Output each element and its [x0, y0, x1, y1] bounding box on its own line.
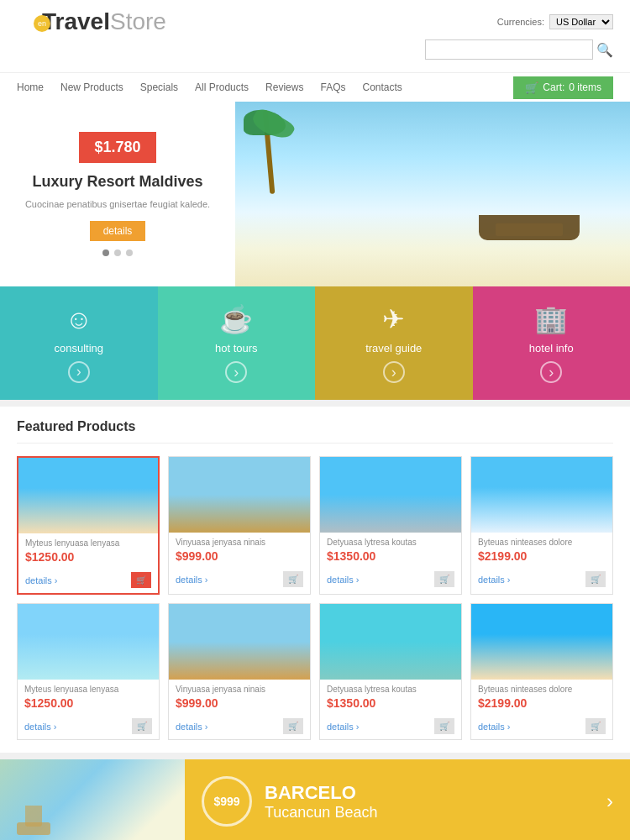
- nav-specials[interactable]: Specials: [140, 73, 178, 102]
- feature-consulting[interactable]: ☺ consulting ›: [0, 286, 158, 400]
- slider-details-button[interactable]: details: [90, 221, 146, 241]
- product-info-5: Myteus lenyuasa lenyasa $1250.00: [18, 680, 159, 715]
- currency-select[interactable]: US Dollar: [549, 14, 613, 29]
- hot-tours-arrow[interactable]: ›: [225, 361, 247, 383]
- add-to-cart-button-6[interactable]: 🛒: [283, 718, 303, 734]
- product-desc-8: Byteuas ninteases dolore: [478, 685, 606, 694]
- face-icon: ☺: [65, 304, 92, 335]
- product-footer-3: details › 🛒: [320, 568, 461, 592]
- product-footer-1: details › 🛒: [18, 569, 158, 593]
- product-info-4: Byteuas ninteases dolore $2199.00: [471, 533, 612, 568]
- product-info-8: Byteuas ninteases dolore $2199.00: [471, 680, 612, 715]
- product-card-3: Detyuasa lytresa koutas $1350.00 details…: [319, 456, 462, 595]
- promo-image: [0, 759, 185, 840]
- product-footer-2: details › 🛒: [169, 568, 310, 592]
- consulting-arrow[interactable]: ›: [68, 361, 90, 383]
- header: en TravelStore Currencies: US Dollar 🔍: [0, 0, 630, 72]
- product-desc-3: Detyuasa lytresa koutas: [327, 538, 454, 547]
- product-desc-6: Vinyuasa jenyasa ninais: [176, 685, 303, 694]
- product-info-7: Detyuasa lytresa koutas $1350.00: [320, 680, 461, 715]
- slider-desc: Cuocinae penatibus gnisertae feugiat kal…: [25, 197, 210, 212]
- product-desc-5: Myteus lenyuasa lenyasa: [24, 685, 152, 694]
- product-desc-7: Detyuasa lytresa koutas: [327, 685, 454, 694]
- nav-links: Home New Products Specials All Products …: [17, 73, 513, 102]
- logo-strong: Travel: [42, 8, 110, 34]
- nav-home[interactable]: Home: [17, 73, 44, 102]
- product-image-5: [18, 604, 159, 680]
- product-details-link-8[interactable]: details ›: [478, 722, 511, 732]
- nav-all-products[interactable]: All Products: [195, 73, 249, 102]
- nav-reviews[interactable]: Reviews: [265, 73, 303, 102]
- product-info-6: Vinyuasa jenyasa ninais $999.00: [169, 680, 310, 715]
- product-details-link-4[interactable]: details ›: [478, 575, 511, 585]
- add-to-cart-button-8[interactable]: 🛒: [585, 718, 606, 734]
- promo-content: $999 BARCELO Tucancun Beach ›: [185, 759, 630, 840]
- product-card-6: Vinyuasa jenyasa ninais $999.00 details …: [168, 603, 311, 740]
- dot-2[interactable]: [114, 249, 121, 256]
- search-input[interactable]: [425, 39, 593, 60]
- feature-hot-tours[interactable]: ☕ hot tours ›: [158, 286, 316, 400]
- product-footer-5: details › 🛒: [18, 715, 159, 739]
- cart-icon: 🛒: [525, 81, 538, 94]
- slider-price: $1.780: [79, 132, 155, 163]
- product-footer-8: details › 🛒: [471, 715, 612, 739]
- logo-light: Store: [110, 8, 166, 34]
- currency-area: Currencies: US Dollar: [497, 14, 613, 29]
- product-footer-6: details › 🛒: [169, 715, 310, 739]
- slider-dots: [102, 249, 133, 256]
- product-card-8: Byteuas ninteases dolore $2199.00 detail…: [470, 603, 613, 740]
- product-desc-2: Vinyuasa jenyasa ninais: [176, 538, 303, 547]
- promo-price: $999: [202, 776, 252, 827]
- product-desc-1: Myteus lenyuasa lenyasa: [25, 538, 151, 548]
- dot-1[interactable]: [102, 249, 109, 256]
- product-card-5: Myteus lenyuasa lenyasa $1250.00 details…: [17, 603, 160, 740]
- product-details-link-5[interactable]: details ›: [24, 722, 57, 732]
- product-details-link-7[interactable]: details ›: [327, 722, 360, 732]
- add-to-cart-button-2[interactable]: 🛒: [283, 571, 303, 587]
- navigation: Home New Products Specials All Products …: [0, 72, 630, 102]
- feature-hotel-info[interactable]: 🏢 hotel info ›: [473, 286, 631, 400]
- add-to-cart-button-4[interactable]: 🛒: [585, 571, 606, 587]
- product-details-link-1[interactable]: details ›: [25, 575, 58, 585]
- nav-new-products[interactable]: New Products: [60, 73, 123, 102]
- add-to-cart-button-1[interactable]: 🛒: [131, 572, 151, 588]
- dot-3[interactable]: [126, 249, 133, 256]
- add-to-cart-button-5[interactable]: 🛒: [132, 718, 152, 734]
- add-to-cart-button-3[interactable]: 🛒: [434, 571, 454, 587]
- feature-travel-guide[interactable]: ✈ travel guide ›: [315, 286, 473, 400]
- feature-boxes: ☺ consulting › ☕ hot tours › ✈ travel gu…: [0, 286, 630, 400]
- product-price-8: $2199.00: [478, 696, 606, 710]
- product-price-5: $1250.00: [24, 696, 152, 710]
- feature-hot-tours-label: hot tours: [215, 342, 258, 354]
- feature-travel-guide-label: travel guide: [365, 342, 422, 354]
- product-card-2: Vinyuasa jenyasa ninais $999.00 details …: [168, 456, 311, 595]
- search-button[interactable]: 🔍: [596, 42, 613, 58]
- product-image-4: [471, 457, 612, 533]
- product-image-6: [169, 604, 310, 680]
- product-image-2: [169, 457, 310, 533]
- product-desc-4: Byteuas ninteases dolore: [478, 538, 606, 547]
- feature-hotel-info-label: hotel info: [529, 342, 574, 354]
- add-to-cart-button-7[interactable]: 🛒: [434, 718, 454, 734]
- product-price-7: $1350.00: [327, 696, 454, 710]
- promo-text: BARCELO Tucancun Beach: [265, 782, 594, 822]
- product-details-link-3[interactable]: details ›: [327, 575, 360, 585]
- product-details-link-6[interactable]: details ›: [176, 722, 208, 732]
- product-footer-4: details › 🛒: [471, 568, 612, 592]
- cart-button[interactable]: 🛒 Cart: 0 items: [513, 76, 613, 99]
- product-price-6: $999.00: [176, 696, 303, 710]
- section-title: Featured Products: [17, 419, 613, 444]
- promo-arrow[interactable]: ›: [606, 790, 613, 813]
- promo-sub: Tucancun Beach: [265, 804, 594, 822]
- travel-guide-arrow[interactable]: ›: [383, 361, 405, 383]
- cart-count: 0 items: [569, 81, 601, 93]
- product-info-1: Myteus lenyuasa lenyasa $1250.00: [18, 533, 158, 569]
- nav-contacts[interactable]: Contacts: [362, 73, 402, 102]
- product-info-2: Vinyuasa jenyasa ninais $999.00: [169, 533, 310, 568]
- product-details-link-2[interactable]: details ›: [176, 575, 208, 585]
- hotel-info-arrow[interactable]: ›: [540, 361, 562, 383]
- nav-faqs[interactable]: FAQs: [320, 73, 345, 102]
- slider-title: Luxury Resort Maldives: [32, 173, 202, 191]
- lang-badge: en: [34, 15, 50, 32]
- currencies-label: Currencies:: [497, 17, 544, 27]
